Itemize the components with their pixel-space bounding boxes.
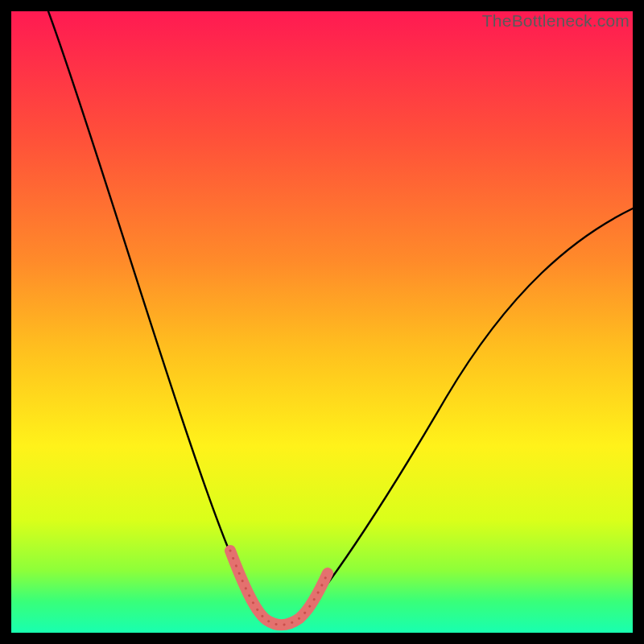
gradient-background [11, 11, 633, 633]
chart-svg [11, 11, 633, 633]
outer-frame: TheBottleneck.com [0, 0, 644, 644]
watermark-text: TheBottleneck.com [482, 11, 630, 31]
plot-area [11, 11, 633, 633]
